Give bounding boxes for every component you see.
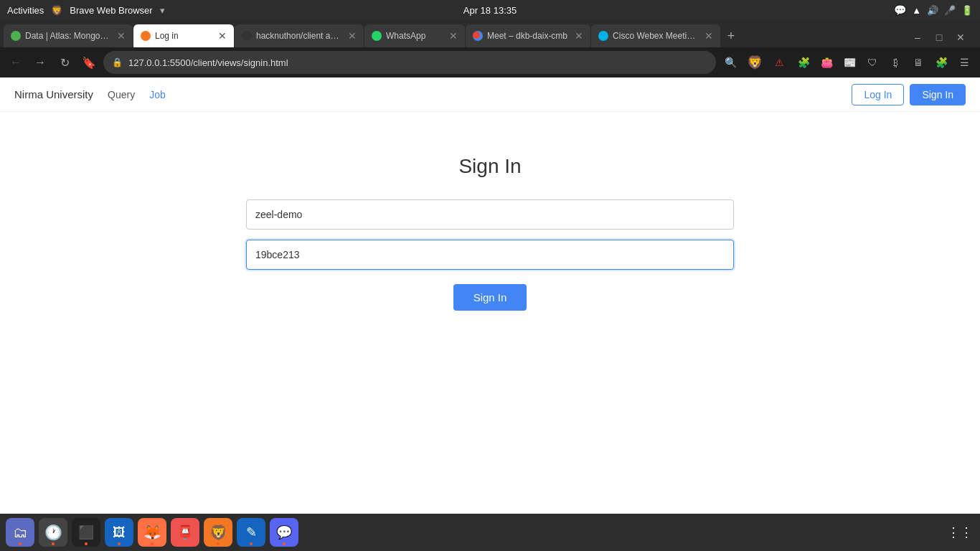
maximize-button[interactable]: □ xyxy=(929,27,949,47)
crypto-wallets-icon[interactable]: ₿ xyxy=(885,52,905,72)
favicon-meet-icon xyxy=(473,31,483,41)
signin-submit-button[interactable]: Sign In xyxy=(453,284,527,311)
new-tab-button[interactable]: + xyxy=(721,26,741,46)
search-button[interactable]: 🔍 xyxy=(720,52,740,72)
nav-link-query[interactable]: Query xyxy=(108,89,135,100)
password-input[interactable] xyxy=(246,240,734,270)
taskbar: 🗂 🕐 ⬛ 🖼 🦊 📮 🦁 ✎ 💬 ⋮⋮ xyxy=(0,514,980,515)
signin-container: Sign In Sign In xyxy=(0,112,980,311)
favicon-github-icon xyxy=(242,31,252,41)
datetime-label: Apr 18 13:35 xyxy=(463,5,517,16)
volume-icon: 🔊 xyxy=(927,5,938,16)
battery-icon: 🔋 xyxy=(961,5,973,16)
tab-meet[interactable]: Meet – dkb-daix-cmb ✕ xyxy=(466,24,590,47)
tab-login-close[interactable]: ✕ xyxy=(218,30,227,42)
extensions-manager-icon[interactable]: 🧩 xyxy=(793,52,814,72)
tab-whatsapp[interactable]: WhatsApp ✕ xyxy=(364,24,465,47)
os-top-bar: Activities 🦁 Brave Web Browser ▾ Apr 18 … xyxy=(0,0,980,20)
address-text: 127.0.0.1:5500/client/views/signin.html xyxy=(128,57,707,68)
address-bar: ← → ↻ 🔖 🔒 127.0.0.1:5500/client/views/si… xyxy=(0,47,980,77)
microphone-icon: 🎤 xyxy=(944,5,956,16)
signin-title: Sign In xyxy=(458,155,521,178)
dropdown-icon[interactable]: ▾ xyxy=(160,5,165,16)
tab-github-close[interactable]: ✕ xyxy=(348,30,357,42)
svg-point-2 xyxy=(473,32,480,39)
tab-meet-close[interactable]: ✕ xyxy=(575,30,583,42)
reload-button[interactable]: ↻ xyxy=(55,52,75,72)
tab-webex-close[interactable]: ✕ xyxy=(705,30,713,42)
tab-webex[interactable]: Cisco Webex Meetings ✕ xyxy=(591,24,720,47)
favicon-webex-icon xyxy=(598,31,608,41)
svg-point-1 xyxy=(142,32,149,39)
tab-bar: Data | Atlas: MongoDB ✕ Log in ✕ hacknut… xyxy=(0,20,980,47)
address-input-wrap[interactable]: 🔒 127.0.0.1:5500/client/views/signin.htm… xyxy=(103,51,716,74)
tab-mongodb-close[interactable]: ✕ xyxy=(117,30,126,42)
tab-whatsapp-title: WhatsApp xyxy=(386,31,442,41)
username-input[interactable] xyxy=(246,199,734,230)
tab-github[interactable]: hacknuthon/client at m ✕ xyxy=(235,24,364,47)
favicon-brave-icon xyxy=(141,31,151,41)
tab-webex-title: Cisco Webex Meetings xyxy=(613,31,697,41)
tab-github-title: hacknuthon/client at m xyxy=(256,31,341,41)
puzzle-icon[interactable]: 🧩 xyxy=(931,52,951,72)
brave-logo-icon: 🦁 xyxy=(51,5,62,16)
tab-meet-title: Meet – dkb-daix-cmb xyxy=(487,31,567,41)
bookmark-button[interactable]: 🔖 xyxy=(79,52,99,72)
minimize-button[interactable]: – xyxy=(908,27,928,47)
tab-mongodb-title: Data | Atlas: MongoDB xyxy=(25,31,110,41)
tab-login-title: Log in xyxy=(155,31,211,41)
activities-button[interactable]: Activities xyxy=(7,5,44,16)
lock-icon: 🔒 xyxy=(112,57,123,67)
website-content: Nirma University Query Job Log In Sign I… xyxy=(0,77,980,515)
login-nav-button[interactable]: Log In xyxy=(852,84,904,105)
tab-login[interactable]: Log in ✕ xyxy=(133,24,234,47)
site-brand: Nirma University xyxy=(14,88,93,100)
brave-news-icon[interactable]: 📰 xyxy=(839,52,859,72)
brave-shield-icon[interactable]: 🦁 xyxy=(745,52,765,72)
favicon-whatsapp-icon xyxy=(372,31,382,41)
close-button[interactable]: ✕ xyxy=(951,27,971,47)
signin-form: Sign In xyxy=(246,199,734,311)
tab-whatsapp-close[interactable]: ✕ xyxy=(449,30,458,42)
favicon-mongodb-icon xyxy=(11,31,21,41)
nav-link-job[interactable]: Job xyxy=(149,89,166,100)
back-button[interactable]: ← xyxy=(6,52,26,72)
site-nav: Nirma University Query Job Log In Sign I… xyxy=(0,77,980,112)
brave-vpn-icon[interactable]: 🛡 xyxy=(862,52,882,72)
wallet-icon[interactable]: 👛 xyxy=(816,52,837,72)
tab-mongodb[interactable]: Data | Atlas: MongoDB ✕ xyxy=(4,24,133,47)
screen-icon[interactable]: 🖥 xyxy=(908,52,928,72)
wifi-icon: ▲ xyxy=(912,5,921,16)
signin-nav-button[interactable]: Sign In xyxy=(910,84,966,105)
discord-tray-icon: 💬 xyxy=(894,4,906,16)
alert-icon[interactable]: ⚠ xyxy=(769,52,789,72)
forward-button[interactable]: → xyxy=(30,52,50,72)
svg-point-0 xyxy=(12,32,19,39)
browser-name-label: Brave Web Browser xyxy=(70,5,152,16)
menu-icon[interactable]: ☰ xyxy=(954,52,974,72)
